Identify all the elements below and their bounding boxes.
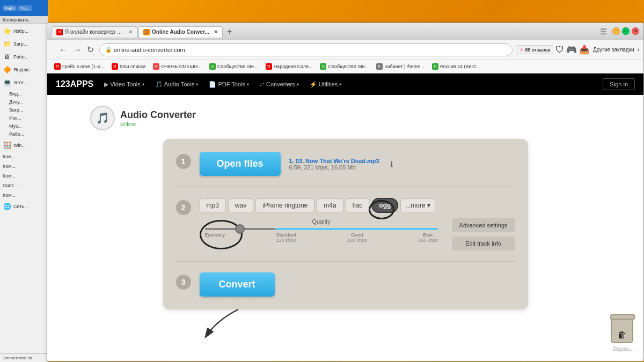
app-logo[interactable]: 123APPS xyxy=(56,79,93,89)
bookmark-4[interactable]: Я Народная Соля... xyxy=(263,62,316,71)
quality-level-best: Best 256 kbps xyxy=(418,232,438,243)
step-3-row: 3 Convert xyxy=(176,272,515,297)
file-info-icon[interactable]: ℹ xyxy=(390,160,393,168)
step-2-number: 2 xyxy=(176,200,191,215)
bookmark-favicon-2: Я xyxy=(153,63,159,70)
back-button[interactable]: ← xyxy=(57,44,70,56)
nav-utilities-label: Utilities xyxy=(319,81,338,87)
edit-track-info-button[interactable]: Edit track info xyxy=(452,237,515,250)
format-tabs: mp3 wav iPhone ringtone m4a flac ogg xyxy=(200,198,515,213)
extension-icon-2[interactable]: 🎮 xyxy=(566,45,577,55)
bookmark-5[interactable]: S Сообщество Ste... xyxy=(317,62,371,71)
forward-button[interactable]: → xyxy=(71,44,84,56)
network-item[interactable]: 🌐 Сеть... xyxy=(3,202,45,211)
bookmarks-chevron[interactable]: › xyxy=(638,47,639,53)
bookmark-6[interactable]: K Кабинет | rhenm... xyxy=(374,62,427,71)
format-more[interactable]: ...more ▾ xyxy=(400,198,435,212)
bookmark-favicon-7: Р xyxy=(432,63,438,70)
bookmark-3[interactable]: S Сообщество Ste... xyxy=(207,62,261,71)
yandex-item[interactable]: 🔶 Яндекс xyxy=(3,65,45,74)
sys-item[interactable]: Сист... xyxy=(3,183,45,188)
step-3-number: 3 xyxy=(176,275,191,290)
win-item[interactable]: 🪟 Win... xyxy=(3,141,45,150)
this-pc-item[interactable]: 💻 Этот... xyxy=(3,78,45,87)
bookmark-0[interactable]: Я Грейс в огне (1-4... xyxy=(52,62,107,71)
docs-item[interactable]: Доку... xyxy=(9,99,45,105)
format-flac[interactable]: flac xyxy=(346,198,370,212)
new-tab-button[interactable]: + xyxy=(224,26,235,38)
nav-converters[interactable]: ⇌ Converters ▾ xyxy=(260,81,299,88)
address-bar[interactable]: 🔒 online-audio-converter.com xyxy=(99,43,513,56)
extension-icon-1[interactable]: 🛡 xyxy=(555,45,564,55)
slider-track xyxy=(205,228,438,230)
close-button[interactable]: ✕ xyxy=(632,27,639,35)
edit-menu[interactable]: Гла... xyxy=(18,5,32,11)
this-pc-icon: 💻 xyxy=(3,78,11,87)
nav-video-tools[interactable]: ▶ Video Tools ▾ xyxy=(104,81,144,88)
nav-audio-arrow: ▾ xyxy=(196,82,198,87)
lock-icon: 🔒 xyxy=(105,47,112,53)
file-info: 1. 03. Now That We're Dead.mp3 6:59, 321… xyxy=(289,158,379,171)
dl2-item[interactable]: Загр... xyxy=(9,107,45,113)
music-item[interactable]: Муз... xyxy=(9,123,45,129)
nav-audio-tools[interactable]: 🎵 Audio Tools ▾ xyxy=(155,81,199,88)
logo-text: 123APPS xyxy=(56,79,93,89)
address-text: online-audio-converter.com xyxy=(114,47,185,53)
desktop2-item[interactable]: Рабо... xyxy=(9,131,45,137)
nav-utilities-arrow: ▾ xyxy=(339,82,341,87)
format-wav[interactable]: wav xyxy=(228,198,253,212)
quality-section: Quality xyxy=(200,218,515,250)
nav-audio-label: Audio Tools xyxy=(164,81,195,87)
video-item[interactable]: Вид... xyxy=(9,91,45,97)
other-bookmarks-link[interactable]: Другие закладки xyxy=(593,47,634,53)
trash-emoji: 🗑 xyxy=(618,330,626,340)
sign-in-button[interactable]: Sign in xyxy=(603,78,635,90)
tab-close-yandex[interactable]: ✕ xyxy=(128,29,133,35)
file-name: 1. 03. Now That We're Dead.mp3 xyxy=(289,158,379,164)
format-ogg[interactable]: ogg xyxy=(371,198,398,213)
bookmark-1[interactable]: Я Мои списки xyxy=(109,62,148,71)
step-1-content: Open files 1. 03. Now That We're Dead.mp… xyxy=(200,152,515,176)
more-arrow: ▾ xyxy=(427,202,430,209)
good-label: Good xyxy=(347,232,367,238)
iso-item[interactable]: Изо... xyxy=(9,115,45,121)
browser-navbar: ← → ↻ 🔒 online-audio-converter.com ★ 88 … xyxy=(47,40,643,60)
tab-audio-converter[interactable]: 🎵 Online Audio Conver... ✕ xyxy=(138,26,223,38)
kom1-item[interactable]: Ком... xyxy=(3,154,45,159)
slider-thumb[interactable] xyxy=(235,224,245,234)
nav-pdf-tools[interactable]: 📄 PDF Tools ▾ xyxy=(209,81,249,88)
kom2-item[interactable]: Ком... xyxy=(3,164,45,169)
tab-close-converter[interactable]: ✕ xyxy=(214,29,218,35)
advanced-settings-button[interactable]: Advanced settings xyxy=(452,218,515,232)
bookmarks-bar: Я Грейс в огне (1-4... Я Мои списки Я ОЧ… xyxy=(47,60,643,73)
bookmark-7[interactable]: Р Россия 24 (Вест... xyxy=(429,62,482,71)
open-files-button[interactable]: Open files xyxy=(200,152,281,176)
favorites-item[interactable]: ⭐ Избр... xyxy=(3,27,45,35)
win-label: Win... xyxy=(13,143,26,148)
bookmark-label-7: Россия 24 (Вест... xyxy=(440,64,480,69)
minimize-button[interactable]: ─ xyxy=(612,27,620,35)
format-iphone[interactable]: iPhone ringtone xyxy=(255,198,314,212)
downloads-item[interactable]: 📁 Загр... xyxy=(3,40,45,48)
kom4-item[interactable]: Ком... xyxy=(3,193,45,198)
app-title-area: 🎵 Audio Converter online xyxy=(90,106,196,130)
arrow-svg xyxy=(195,304,260,342)
file-menu[interactable]: Файл xyxy=(3,5,17,11)
convert-button[interactable]: Convert xyxy=(200,272,275,297)
kom4-label: Ком... xyxy=(3,193,16,198)
format-mp3[interactable]: mp3 xyxy=(200,198,226,212)
tab-yandex[interactable]: Я Я онлайн конвертер зву... ✕ xyxy=(52,26,137,38)
bookmark-2[interactable]: Я ОЧЕНЬ СМЕШН... xyxy=(150,62,204,71)
economy-label: Economy xyxy=(205,232,225,238)
refresh-button[interactable]: ↻ xyxy=(85,43,96,56)
extension-icon-3[interactable]: 📥 xyxy=(579,45,590,55)
nav-utilities[interactable]: ⚡ Utilities ▾ xyxy=(310,81,341,88)
format-m4a[interactable]: m4a xyxy=(317,198,343,212)
bookmark-favicon-3: S xyxy=(209,63,216,70)
maximize-button[interactable]: □ xyxy=(622,27,630,35)
video-tools-icon: ▶ xyxy=(104,81,108,88)
kom3-item[interactable]: Ком... xyxy=(3,173,45,179)
trash-icon-area[interactable]: 🗑 Корзи... xyxy=(611,317,633,351)
desktop-item[interactable]: 🖥 Рабо... xyxy=(3,53,45,61)
browser-menu-icon[interactable]: ☰ xyxy=(600,27,607,36)
